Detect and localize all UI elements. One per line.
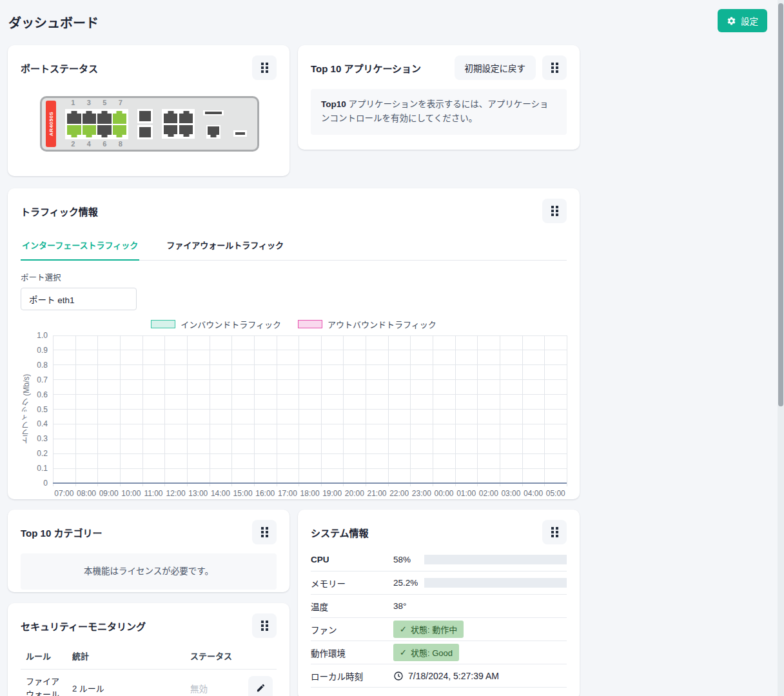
check-icon: ✓ — [400, 648, 407, 657]
port-numbers-bottom: 2468 — [65, 140, 128, 148]
check-icon: ✓ — [400, 624, 407, 634]
environment-status-badge: ✓状態: Good — [393, 644, 459, 661]
ethernet-ports — [65, 109, 128, 139]
page-scrollbar-track[interactable] — [778, 0, 784, 696]
legend-outbound[interactable]: アウトバウンドトラフィック — [298, 318, 436, 330]
port-status-card: ポートステータス AR4050S 1357 2468 — [8, 45, 289, 176]
traffic-title: トラフィック情報 — [21, 204, 98, 218]
rule-name: ファイアウォール — [21, 675, 61, 696]
drag-handle-icon — [551, 62, 559, 74]
system-row-cpu: CPU 58% — [311, 548, 567, 572]
drag-handle-icon — [260, 62, 269, 74]
apps-disabled-message: Top10 アプリケーションを表示するには、アプリケーションコントロールを有効に… — [311, 89, 567, 135]
drag-handle-button[interactable] — [542, 199, 567, 223]
col-header-stats: 統計 — [72, 650, 190, 662]
gear-icon — [727, 16, 736, 26]
x-axis-labels: 07:0008:0009:0010:0011:0012:0013:0014:00… — [53, 489, 567, 498]
pencil-icon — [256, 683, 266, 693]
legend-inbound[interactable]: インバウンドトラフィック — [151, 318, 281, 330]
drag-handle-button[interactable] — [252, 613, 277, 638]
rule-status: 無効 — [190, 682, 248, 695]
security-monitoring-card: セキュリティーモニタリング ルール 統計 ステータス ファイアウォール 2 ルー… — [8, 603, 289, 696]
system-info-title: システム情報 — [311, 526, 369, 539]
device-diagram: AR4050S 1357 2468 — [40, 96, 259, 152]
drag-handle-icon — [551, 205, 559, 217]
port — [97, 125, 112, 138]
port — [113, 125, 127, 138]
y-axis-ticks: 1.00.90.80.70.60.50.40.30.20.10 — [31, 335, 53, 483]
reset-defaults-button[interactable]: 初期設定に戻す — [455, 55, 536, 80]
port-select-label: ポート選択 — [21, 271, 567, 283]
port-numbers-top: 1357 — [65, 99, 128, 106]
drag-handle-icon — [551, 526, 559, 538]
usb-slot — [233, 130, 247, 137]
temperature-value: 38° — [393, 601, 406, 611]
top10-apps-card: Top 10 アプリケーション 初期設定に戻す Top10 アプリケーションを表… — [298, 45, 580, 150]
memory-percent: 25.2% — [393, 578, 424, 588]
top10-categories-title: Top 10 カテゴリー — [21, 526, 102, 539]
expansion-slot — [203, 110, 224, 115]
zero-axis-line — [53, 482, 567, 484]
table-row-firewall: ファイアウォール 2 ルール 無効 — [21, 669, 277, 696]
inbound-swatch — [151, 320, 175, 328]
top10-categories-card: Top 10 カテゴリー 本機能はライセンスが必要です。 — [8, 510, 289, 592]
tab-firewall-traffic[interactable]: ファイアウォールトラフィック — [165, 231, 285, 260]
port — [67, 111, 81, 124]
col-header-status: ステータス — [190, 650, 248, 662]
cpu-bar — [424, 555, 567, 564]
security-monitoring-title: セキュリティーモニタリング — [21, 619, 146, 633]
port — [83, 111, 97, 124]
col-header-rule: ルール — [21, 650, 72, 662]
plot-area — [53, 335, 567, 483]
rule-stats: 2 ルール — [72, 682, 190, 694]
y-axis-label: トラフィック (Mb/s) — [21, 335, 31, 483]
drag-handle-icon — [260, 526, 269, 538]
clock-icon — [393, 671, 404, 681]
port — [67, 125, 81, 138]
console-port — [206, 125, 220, 139]
drag-handle-button[interactable] — [542, 520, 567, 544]
port — [83, 125, 97, 138]
page-scrollbar-thumb[interactable] — [778, 3, 783, 406]
system-row-environment: 動作環境 ✓状態: Good — [311, 641, 567, 664]
system-row-temperature: 温度 38° — [311, 595, 567, 618]
port-status-title: ポートステータス — [21, 61, 98, 75]
system-row-fan: ファン ✓状態: 動作中 — [311, 618, 567, 641]
combo-ports — [162, 109, 195, 139]
sfp-port — [137, 109, 153, 123]
traffic-tabs: インターフェーストラフィック ファイアウォールトラフィック — [21, 231, 567, 261]
sfp-port — [137, 125, 153, 139]
settings-button[interactable]: 設定 — [718, 9, 767, 32]
edit-firewall-button[interactable] — [248, 676, 273, 696]
local-time-value: 7/18/2024, 5:27:39 AM — [408, 671, 499, 681]
port-select[interactable]: ポート eth1 — [21, 288, 137, 310]
drag-handle-icon — [260, 620, 269, 631]
memory-bar — [424, 578, 567, 588]
system-info-card: システム情報 CPU 58% メモリー 25.2% 温度 38° ファン ✓状態… — [298, 510, 580, 696]
fan-status-badge: ✓状態: 動作中 — [393, 621, 464, 638]
traffic-chart: インバウンドトラフィック アウトバウンドトラフィック トラフィック (Mb/s)… — [21, 318, 567, 498]
drag-handle-button[interactable] — [252, 520, 277, 544]
security-rules-table: ルール 統計 ステータス ファイアウォール 2 ルール 無効 — [21, 644, 277, 696]
port — [97, 111, 112, 124]
cpu-percent: 58% — [393, 555, 424, 564]
system-row-memory: メモリー 25.2% — [311, 572, 567, 595]
tab-interface-traffic[interactable]: インターフェーストラフィック — [21, 231, 139, 261]
system-row-local-time: ローカル時刻 7/18/2024, 5:27:39 AM — [311, 664, 567, 688]
device-model-tag: AR4050S — [46, 101, 56, 147]
top10-apps-title: Top 10 アプリケーション — [311, 61, 421, 75]
drag-handle-button[interactable] — [542, 55, 567, 80]
drag-handle-button[interactable] — [252, 55, 277, 80]
port — [113, 111, 127, 124]
license-required-message: 本機能はライセンスが必要です。 — [21, 553, 277, 590]
page-title: ダッシュボード — [8, 13, 99, 32]
traffic-card: トラフィック情報 インターフェーストラフィック ファイアウォールトラフィック ポ… — [8, 188, 580, 499]
outbound-swatch — [298, 320, 322, 328]
